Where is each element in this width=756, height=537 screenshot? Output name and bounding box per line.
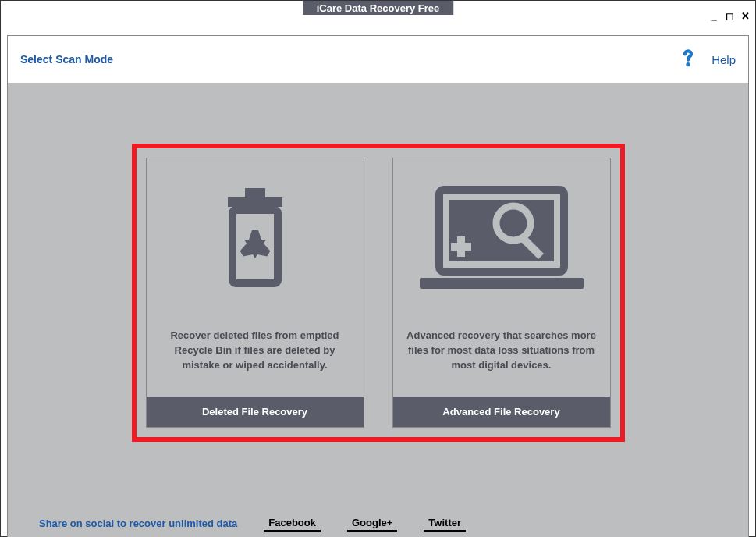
google-plus-link[interactable]: Google+	[347, 515, 397, 532]
deleted-file-recovery-card[interactable]: Recover deleted files from emptied Recyc…	[146, 158, 364, 428]
window-controls: _ ◻ ✕	[710, 10, 749, 22]
facebook-link[interactable]: Facebook	[264, 515, 321, 532]
svg-point-0	[686, 62, 690, 66]
mode-highlight-box: Recover deleted files from emptied Recyc…	[132, 144, 625, 442]
maximize-button[interactable]: ◻	[726, 10, 733, 22]
svg-rect-2	[245, 188, 265, 197]
deleted-mode-description: Recover deleted files from emptied Recyc…	[147, 299, 364, 397]
advanced-mode-title: Advanced File Recovery	[393, 397, 610, 427]
svg-rect-1	[228, 197, 282, 207]
help-group[interactable]: Help	[676, 45, 736, 73]
title-bar: iCare Data Recovery Free _ ◻ ✕	[1, 1, 755, 15]
recycle-bin-icon	[147, 158, 364, 299]
deleted-mode-title: Deleted File Recovery	[147, 397, 364, 427]
scan-mode-heading: Select Scan Mode	[20, 53, 113, 66]
help-icon	[676, 45, 701, 73]
laptop-search-icon	[393, 158, 610, 299]
app-window: iCare Data Recovery Free _ ◻ ✕ Select Sc…	[0, 0, 756, 537]
share-label: Share on social to recover unlimited dat…	[39, 517, 237, 529]
advanced-file-recovery-card[interactable]: Advanced recovery that searches more fil…	[392, 158, 611, 428]
svg-rect-5	[420, 278, 584, 289]
main-panel: Select Scan Mode Help	[7, 35, 749, 537]
twitter-link[interactable]: Twitter	[424, 515, 466, 532]
minimize-button[interactable]: _	[710, 10, 718, 22]
window-title: iCare Data Recovery Free	[303, 1, 454, 15]
svg-rect-8	[451, 243, 471, 251]
content-area: Recover deleted files from emptied Recyc…	[8, 83, 748, 503]
footer-bar: Share on social to recover unlimited dat…	[8, 503, 748, 537]
advanced-mode-description: Advanced recovery that searches more fil…	[393, 299, 610, 397]
header-bar: Select Scan Mode Help	[8, 36, 748, 83]
help-link[interactable]: Help	[712, 53, 736, 66]
close-button[interactable]: ✕	[741, 10, 749, 22]
